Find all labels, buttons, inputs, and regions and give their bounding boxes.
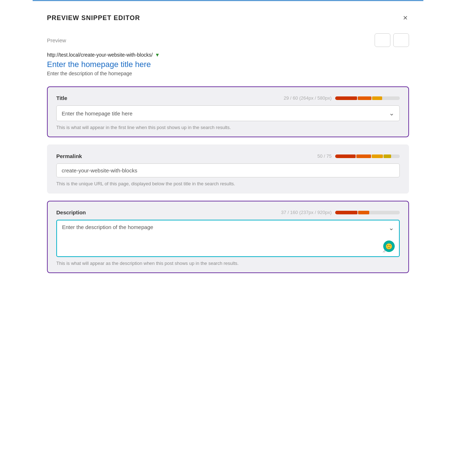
description-progress-bar — [335, 211, 400, 214]
desc-bar-seg-2 — [358, 211, 370, 214]
permalink-bar-seg-5 — [392, 154, 400, 158]
description-textarea[interactable] — [62, 224, 386, 253]
title-input[interactable] — [62, 110, 386, 116]
permalink-section-card: Permalink 50 / 75 This is the unique URL… — [47, 144, 409, 194]
title-chevron-icon: ⌄ — [389, 109, 394, 117]
desc-bar-seg-1 — [335, 211, 357, 214]
modal-header: PREVIEW SNIPPET EDITOR × — [47, 13, 409, 23]
title-section-header: Title 29 / 60 (264px / 580px) — [56, 95, 400, 101]
title-bar-seg-3 — [372, 96, 382, 100]
preview-label-text: Preview — [47, 37, 66, 43]
permalink-bar-seg-2 — [356, 154, 371, 158]
preview-page-description: Enter the description of the homepage — [47, 71, 409, 76]
title-progress-bar — [335, 96, 400, 100]
permalink-section-header: Permalink 50 / 75 — [56, 153, 400, 159]
desc-bar-seg-3 — [370, 211, 400, 214]
title-field-count: 29 / 60 (264px / 580px) — [284, 95, 332, 101]
preview-label-row: Preview — [47, 33, 409, 47]
permalink-bar-seg-3 — [372, 154, 383, 158]
preview-url-row: http://test.local/create-your-website-wi… — [47, 52, 409, 58]
smiley-icon: 🙂 — [385, 243, 393, 250]
preview-snippet: http://test.local/create-your-website-wi… — [47, 52, 409, 76]
preview-page-title: Enter the homepage title here — [47, 60, 409, 69]
description-field-count: 37 / 160 (237px / 920px) — [281, 210, 332, 215]
preview-url: http://test.local/create-your-website-wi… — [47, 52, 153, 58]
modal-container: PREVIEW SNIPPET EDITOR × Preview http://… — [33, 0, 423, 476]
description-section-card: Description 37 / 160 (237px / 920px) ⌄ 🙂… — [47, 201, 409, 273]
close-button[interactable]: × — [402, 13, 409, 23]
permalink-field-meta: 50 / 75 — [317, 153, 400, 159]
mobile-view-button[interactable] — [393, 33, 409, 47]
url-caret-icon: ▼ — [155, 52, 160, 58]
title-input-row[interactable]: ⌄ — [56, 105, 400, 121]
permalink-bar-seg-4 — [384, 154, 391, 158]
description-chevron-icon: ⌄ — [389, 224, 394, 232]
description-input-row[interactable]: ⌄ 🙂 — [56, 220, 400, 257]
modal-title: PREVIEW SNIPPET EDITOR — [47, 14, 140, 22]
description-field-meta: 37 / 160 (237px / 920px) — [281, 210, 400, 215]
desktop-view-button[interactable] — [375, 33, 390, 47]
view-toggle-buttons — [375, 33, 409, 47]
permalink-field-hint: This is the unique URL of this page, dis… — [56, 181, 400, 186]
title-section-card: Title 29 / 60 (264px / 580px) ⌄ This is … — [47, 86, 409, 137]
title-bar-seg-4 — [383, 96, 400, 100]
title-bar-seg-2 — [358, 96, 371, 100]
permalink-bar-seg-1 — [335, 154, 356, 158]
permalink-field-label: Permalink — [56, 153, 82, 159]
permalink-input[interactable] — [56, 163, 400, 177]
title-bar-seg-1 — [335, 96, 357, 100]
permalink-progress-bar — [335, 154, 400, 158]
description-field-label: Description — [56, 209, 86, 215]
description-field-hint: This is what will appear as the descript… — [56, 261, 400, 266]
title-field-label: Title — [56, 95, 67, 101]
permalink-field-count: 50 / 75 — [317, 153, 332, 159]
title-field-meta: 29 / 60 (264px / 580px) — [284, 95, 400, 101]
emoji-button[interactable]: 🙂 — [383, 241, 395, 252]
description-section-header: Description 37 / 160 (237px / 920px) — [56, 209, 400, 215]
title-field-hint: This is what will appear in the first li… — [56, 125, 400, 130]
